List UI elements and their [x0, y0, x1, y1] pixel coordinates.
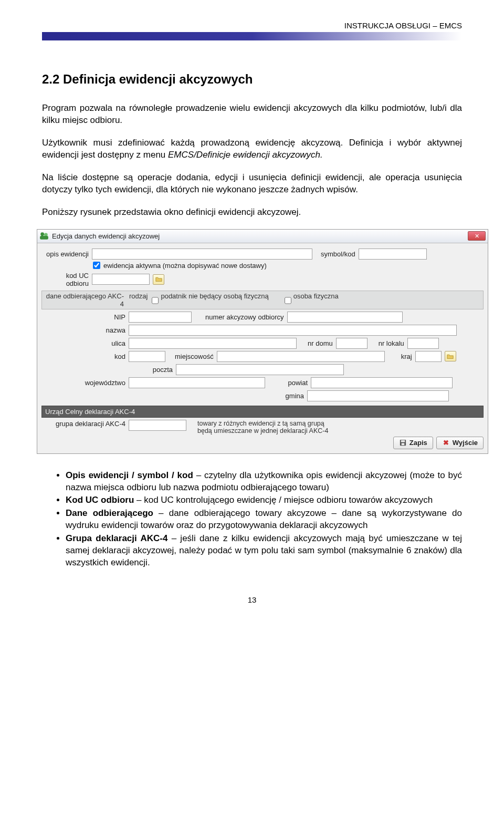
gmina-input[interactable] [307, 390, 449, 401]
dialog-titlebar: Edycja danych ewidencji akcyzowej ✕ [37, 230, 488, 243]
svg-rect-2 [40, 236, 48, 240]
kod-uc-input[interactable] [92, 274, 150, 285]
powiat-input[interactable] [311, 377, 453, 388]
bullet-4-title: Grupa deklaracji AKC-4 [66, 533, 167, 543]
svg-point-0 [40, 232, 44, 236]
rodzaj-opt2-label: osoba fizyczna [293, 292, 339, 308]
nrdomu-input[interactable] [336, 338, 368, 349]
paragraph-4: Poniższy rysunek przedstawia okno defini… [42, 206, 462, 219]
opis-input[interactable] [92, 249, 312, 260]
active-checkbox[interactable] [93, 262, 100, 269]
list-item: Grupa deklaracji AKC-4 – jeśli dane z ki… [66, 533, 462, 569]
svg-rect-4 [401, 440, 405, 442]
exit-button[interactable]: ✖ Wyjście [436, 437, 484, 449]
paragraph-1: Program pozwala na równoległe prowadzeni… [42, 102, 462, 127]
active-label: ewidencja aktywna (można dopisywać nowe … [103, 262, 267, 270]
rodzaj-label: rodzaj [129, 292, 148, 308]
users-icon [39, 231, 49, 241]
numer-akc-input[interactable] [287, 312, 403, 323]
kod-input[interactable] [129, 351, 165, 362]
folder-icon [447, 353, 454, 360]
rodzaj-opt1-checkbox[interactable] [152, 293, 159, 308]
bullet-2-title: Kod UC odbioru [66, 495, 134, 505]
grupa-hint2: będą umieszczane w jednej deklaracji AKC… [197, 427, 328, 434]
kod-uc-label: kod UC odbioru [41, 272, 89, 287]
list-item: Dane odbierającego – dane odbierającego … [66, 508, 462, 532]
bullet-list: Opis ewidencji / symbol / kod – czytelny… [42, 470, 462, 570]
close-button[interactable]: ✕ [468, 231, 486, 241]
symbol-input[interactable] [359, 249, 427, 260]
gmina-label: gmina [267, 392, 304, 400]
poczta-label: poczta [141, 366, 173, 374]
list-item: Kod UC odbioru – kod UC kontrolującego e… [66, 494, 462, 506]
grupa-label: grupa deklaracji AKC-4 [41, 420, 125, 428]
opis-label: opis ewidencji [41, 250, 89, 258]
save-icon [399, 439, 407, 447]
dialog-title: Edycja danych ewidencji akcyzowej [52, 232, 468, 240]
header-gradient-bar [42, 32, 462, 40]
nrlokalu-label: nr lokalu [379, 339, 404, 347]
nrlokalu-input[interactable] [407, 338, 439, 349]
kod-uc-lookup-button[interactable] [153, 274, 164, 285]
symbol-label: symbol/kod [321, 250, 355, 258]
rodzaj-opt2-checkbox[interactable] [285, 293, 291, 308]
grupa-input[interactable] [129, 420, 186, 431]
kraj-input[interactable] [415, 351, 442, 362]
urzad-celny-band: Urząd Celny deklaracji AKC-4 [41, 406, 484, 418]
nazwa-label: nazwa [94, 326, 125, 334]
nrdomu-label: nr domu [308, 339, 333, 347]
miejscowosc-label: miejscowość [175, 353, 214, 360]
close-icon: ✕ [475, 233, 479, 240]
page-header-title: INSTRUKCJA OBSŁUGI – EMCS [42, 21, 462, 30]
dane-odb-label: dane odbierającego AKC-4 [45, 292, 124, 308]
exit-button-label: Wyjście [453, 439, 478, 447]
kraj-lookup-button[interactable] [445, 351, 456, 361]
exit-icon: ✖ [442, 439, 450, 447]
ulica-label: ulica [94, 339, 125, 347]
page-number: 13 [42, 595, 462, 604]
paragraph-2: Użytkownik musi zdefiniować każdą prowad… [42, 137, 462, 161]
paragraph-2b: EMCS/Definicje ewidencji akcyzowych. [168, 150, 323, 160]
bullet-2-text: – kod UC kontrolującego ewidencję / miej… [134, 495, 433, 505]
nazwa-input[interactable] [129, 325, 457, 336]
rodzaj-opt1-label: podatnik nie będący osobą fizyczną [161, 292, 268, 308]
kraj-label: kraj [401, 353, 412, 360]
save-button[interactable]: Zapis [393, 437, 433, 449]
list-item: Opis ewidencji / symbol / kod – czytelny… [66, 470, 462, 494]
save-button-label: Zapis [410, 439, 427, 447]
bullet-3-title: Dane odbierającego [66, 508, 153, 518]
wojewodztwo-input[interactable] [129, 377, 265, 388]
powiat-label: powiat [279, 379, 308, 387]
ulica-input[interactable] [129, 338, 297, 349]
dane-odbierajacego-band: dane odbierającego AKC-4 rodzaj podatnik… [41, 291, 484, 309]
kod-label: kod [94, 353, 125, 360]
miejscowosc-input[interactable] [217, 351, 385, 362]
paragraph-3: Na liście dostępne są operacje dodania, … [42, 172, 462, 196]
nip-label: NIP [104, 313, 125, 321]
numer-akc-label: numer akcyzowy odbiorcy [205, 313, 284, 321]
svg-rect-5 [402, 443, 405, 446]
section-title: 2.2 Definicja ewidencji akcyzowych [42, 72, 462, 87]
dialog-window: Edycja danych ewidencji akcyzowej ✕ opis… [37, 229, 488, 454]
wojewodztwo-label: województwo [76, 379, 125, 387]
poczta-input[interactable] [176, 364, 344, 375]
folder-icon [155, 276, 162, 283]
nip-input[interactable] [129, 312, 192, 323]
bullet-1-title: Opis ewidencji / symbol / kod [66, 470, 193, 480]
grupa-hint1: towary z różnych ewidencji z tą samą gru… [197, 420, 328, 427]
